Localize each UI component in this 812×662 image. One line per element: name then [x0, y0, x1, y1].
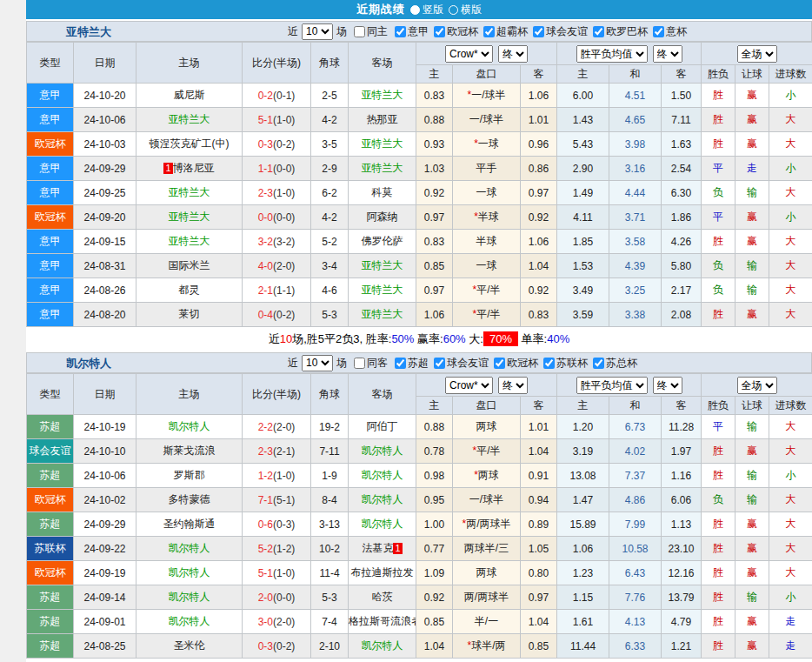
final-score: 1-1 — [258, 163, 273, 175]
same-venue-filter[interactable]: 同客 — [349, 356, 388, 371]
scope-select[interactable]: 全场 — [737, 377, 777, 394]
league-filter-欧罗巴杯[interactable]: 欧罗巴杯 — [588, 24, 648, 39]
league-checkbox[interactable] — [543, 358, 555, 369]
league-filter-欧冠杯[interactable]: 欧冠杯 — [489, 356, 538, 371]
same-venue-label: 同客 — [367, 356, 388, 371]
score-cell: 5-1(1-0) — [243, 108, 311, 132]
handicap-cell: 半/一 — [453, 610, 521, 634]
avg-away-odds: 1.50 — [662, 84, 702, 108]
single-rate: 40% — [547, 332, 569, 345]
league-filter-超霸杯[interactable]: 超霸杯 — [478, 24, 528, 39]
home-team: 凯尔特人 — [136, 537, 243, 561]
match-type-cell: 苏超 — [27, 415, 74, 439]
odds-time-select[interactable]: 终 — [498, 45, 528, 63]
final-score: 7-1 — [258, 494, 273, 506]
avg-time-select[interactable]: 终 — [653, 45, 682, 63]
handicap-text: 两球 — [476, 420, 497, 432]
goals-result-cell: 大 — [769, 230, 812, 254]
match-date: 24-10-03 — [74, 132, 136, 157]
league-checkbox[interactable] — [395, 26, 406, 37]
score-cell: 1-1(0-0) — [243, 157, 311, 181]
sub-away-odds: 客 — [521, 65, 557, 84]
horizontal-radio[interactable] — [449, 5, 458, 15]
league-filter-意甲[interactable]: 意甲 — [389, 24, 429, 39]
odds-away: 0.89 — [521, 512, 557, 537]
league-checkbox[interactable] — [533, 26, 544, 37]
league-filter-球会友谊[interactable]: 球会友谊 — [429, 356, 489, 371]
result-cell: 负 — [702, 278, 735, 303]
near-label: 近 — [288, 356, 298, 371]
league-checkbox[interactable] — [494, 358, 505, 369]
same-venue-checkbox[interactable] — [354, 26, 365, 37]
league-filter-球会友谊[interactable]: 球会友谊 — [528, 24, 588, 39]
avg-home-odds: 1.85 — [557, 230, 609, 254]
filter-bar: 近 10 场 同客 苏超球会友谊欧冠杯苏联杯苏总杯 — [288, 353, 637, 372]
score-cell: 5-2(1-2) — [243, 537, 311, 561]
recent-count-select[interactable]: 10 — [302, 23, 333, 40]
same-venue-checkbox[interactable] — [354, 358, 365, 369]
league-filter-欧冠杯[interactable]: 欧冠杯 — [429, 24, 478, 39]
match-date: 24-10-19 — [74, 415, 136, 439]
away-team: 热那亚 — [349, 108, 416, 132]
half-score: (1-0) — [273, 114, 295, 126]
league-filter-苏总杯[interactable]: 苏总杯 — [588, 356, 637, 371]
scope-select[interactable]: 全场 — [737, 45, 777, 63]
vertical-label: 竖版 — [423, 3, 443, 16]
odds-home: 1.00 — [416, 512, 453, 537]
sub-avg-home: 主 — [557, 65, 609, 84]
avg-time-select[interactable]: 终 — [653, 377, 682, 394]
league-filter-苏联杯[interactable]: 苏联杯 — [538, 356, 588, 371]
corners-cell: 5-2 — [311, 230, 349, 254]
sub-result: 胜负 — [702, 397, 735, 415]
red-card-badge: 1 — [393, 543, 402, 554]
odds-home: 0.88 — [416, 415, 453, 439]
avg-away-odds: 1.63 — [662, 132, 702, 157]
avg-draw-odds: 3.71 — [609, 205, 662, 230]
odds-source-select[interactable]: Crow* — [445, 45, 493, 63]
match-date: 24-09-19 — [74, 561, 136, 585]
home-team: 亚特兰大 — [136, 108, 243, 132]
avg-draw-odds: 7.37 — [609, 464, 662, 488]
odds-home: 0.92 — [416, 585, 453, 610]
table-row: 苏超 24-08-25 圣米伦 0-3(0-2) 2-10 凯尔特人 1.04 … — [27, 634, 812, 659]
league-checkbox[interactable] — [593, 26, 604, 37]
avg-odds-select[interactable]: 胜平负均值 — [576, 377, 648, 394]
recent-count-select[interactable]: 10 — [302, 355, 333, 371]
avg-odds-select[interactable]: 胜平负均值 — [576, 45, 648, 63]
away-team-name: 热那亚 — [367, 113, 398, 125]
away-team-name: 凯尔特人 — [362, 469, 403, 481]
score-cell: 0-4(0-2) — [243, 303, 311, 327]
score-cell: 3-0(2-0) — [243, 610, 311, 634]
match-date: 24-09-15 — [74, 230, 136, 254]
handicap-result-cell: 输 — [735, 278, 769, 303]
home-team-name: 凯尔特人 — [169, 615, 210, 627]
table-row: 苏联杯 24-09-22 凯尔特人 5-2(1-2) 10-2 法基克1 0.7… — [27, 537, 812, 561]
odds-home: 1.03 — [416, 157, 453, 181]
handicap-result-cell: 赢 — [735, 84, 769, 108]
avg-away-odds: 2.54 — [662, 157, 702, 181]
avg-draw-odds: 3.58 — [609, 230, 662, 254]
league-checkbox[interactable] — [434, 26, 445, 37]
odds-source-select[interactable]: Crow* — [445, 377, 493, 394]
table-row: 欧冠杯 24-10-02 多特蒙德 7-1(5-1) 8-4 凯尔特人 0.95… — [27, 488, 812, 512]
goals-result-cell: 大 — [769, 561, 812, 585]
odds-away: 0.83 — [521, 303, 557, 327]
same-venue-filter[interactable]: 同主 — [349, 24, 388, 39]
handicap-text: 两球 — [478, 469, 499, 481]
league-checkbox[interactable] — [653, 26, 664, 37]
league-filter-苏超[interactable]: 苏超 — [389, 356, 429, 371]
final-score: 5-1 — [258, 114, 273, 126]
league-checkbox[interactable] — [434, 358, 445, 369]
league-filter-意杯[interactable]: 意杯 — [648, 24, 687, 39]
odds-time-select[interactable]: 终 — [498, 377, 528, 394]
away-team: 阿伯丁 — [349, 415, 416, 439]
vertical-radio[interactable] — [410, 5, 420, 15]
home-team-name: 凯尔特人 — [169, 566, 210, 578]
summary-count: 10 — [280, 332, 292, 345]
league-checkbox[interactable] — [483, 26, 495, 37]
avg-draw-odds: 4.65 — [609, 108, 662, 132]
away-team: 哈茨 — [349, 585, 416, 610]
league-label: 超霸杯 — [496, 24, 528, 39]
league-checkbox[interactable] — [395, 358, 406, 369]
league-checkbox[interactable] — [593, 358, 604, 369]
